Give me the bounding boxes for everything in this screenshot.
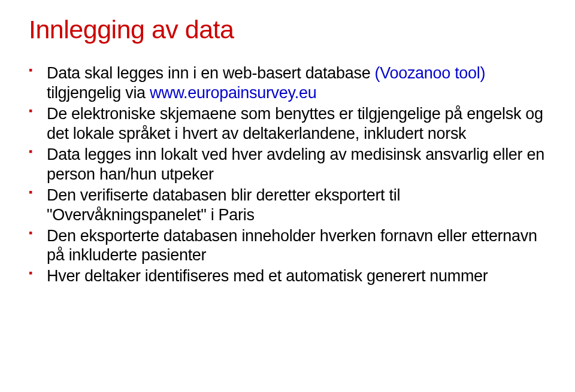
body-text: Data skal legges inn i en web-basert dat… xyxy=(47,64,375,82)
body-text: Den eksporterte databasen inneholder hve… xyxy=(47,227,537,265)
accent-text: www.europainsurvey.eu xyxy=(150,84,316,102)
list-item: Den verifiserte databasen blir deretter … xyxy=(29,186,546,225)
list-item: De elektroniske skjemaene som benyttes e… xyxy=(29,104,546,144)
accent-text: (Voozanoo tool) xyxy=(375,64,486,82)
list-item: Den eksporterte databasen inneholder hve… xyxy=(29,226,546,266)
body-text: De elektroniske skjemaene som benyttes e… xyxy=(47,105,543,142)
list-item: Hver deltaker identifiseres med et autom… xyxy=(29,266,546,286)
list-item: Data legges inn lokalt ved hver avdeling… xyxy=(29,145,546,184)
body-text: Den verifiserte databasen blir deretter … xyxy=(47,186,400,224)
slide-title: Innlegging av data xyxy=(29,15,546,44)
body-text: Hver deltaker identifiseres med et autom… xyxy=(47,267,488,285)
body-text: Data legges inn lokalt ved hver avdeling… xyxy=(47,145,544,183)
list-item: Data skal legges inn i en web-basert dat… xyxy=(29,63,546,103)
bullet-list: Data skal legges inn i en web-basert dat… xyxy=(29,63,546,286)
body-text: tilgjengelig via xyxy=(47,84,150,102)
